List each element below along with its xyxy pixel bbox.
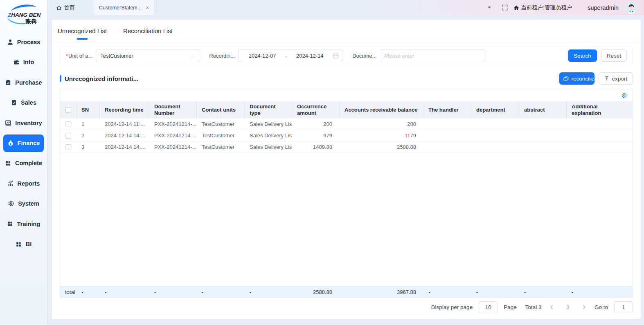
username[interactable]: superadmin	[588, 4, 619, 11]
cell-handler	[423, 130, 471, 141]
row-checkbox[interactable]	[65, 144, 71, 150]
table-empty-space	[60, 153, 633, 286]
topbar-right: 当前租户:管理员租户 superadmin	[488, 2, 644, 14]
sidebar-item-process[interactable]: Process	[0, 32, 47, 52]
cell-document-type: Sales Delivery List	[245, 119, 292, 130]
fullscreen-icon[interactable]	[502, 4, 508, 11]
next-page-icon[interactable]	[580, 305, 588, 309]
reconcile-icon	[563, 76, 569, 81]
row-checkbox[interactable]	[65, 121, 71, 127]
sidebar-item-reports[interactable]: Reports	[0, 173, 47, 194]
breadcrumb-home-label: 首页	[64, 4, 75, 11]
date-end[interactable]: 2024-12-14	[290, 53, 329, 59]
main-panel: Unrecognized List Reconciliation List *U…	[52, 20, 641, 319]
col-accounts-receivable-balance: Accounts receivable balance	[340, 101, 423, 119]
cell-document-type: Sales Delivery List	[245, 141, 292, 152]
cell-recording-time: 2024-12-14 14:...	[100, 141, 149, 152]
row-checkbox[interactable]	[65, 133, 71, 139]
recording-time-label: Recordin...	[209, 53, 235, 59]
section-accent-bar	[60, 75, 61, 82]
total-additional: -	[567, 287, 633, 298]
goto-label: Go to	[594, 304, 608, 310]
open-tab-customer-statement[interactable]: CustomerStatem... ×	[94, 0, 154, 15]
close-icon[interactable]: ×	[146, 5, 149, 11]
topbar: 首页 CustomerStatem... × 当前租户:管理员租户 supera…	[47, 0, 644, 15]
search-button[interactable]: Search	[568, 49, 597, 62]
sidebar-item-inventory[interactable]: Inventory	[0, 113, 47, 133]
sidebar-item-system[interactable]: System	[0, 194, 47, 214]
grid-icon	[7, 221, 14, 227]
chevron-down-icon[interactable]	[488, 7, 491, 9]
cell-document-number: PXX-20241214-...	[149, 130, 197, 141]
sidebar-item-complete[interactable]: Complete	[0, 153, 47, 174]
current-tenant: 当前租户:管理员租户	[513, 4, 572, 11]
cell-sn: 1	[77, 119, 100, 130]
page-tabs: Unrecognized List Reconciliation List	[52, 20, 641, 43]
col-contact-units: Contact units	[197, 101, 245, 119]
document-number-input[interactable]	[380, 49, 485, 62]
cell-additional	[567, 119, 633, 130]
total-document-number: -	[149, 287, 197, 298]
cell-abstract	[519, 130, 567, 141]
tab-reconciliation-list[interactable]: Reconciliation List	[123, 20, 173, 42]
column-settings-gear-icon[interactable]	[621, 92, 627, 99]
sidebar-item-label: Inventory	[15, 120, 42, 126]
svg-text:ZHANG BEN: ZHANG BEN	[7, 12, 41, 18]
sidebar-item-label: Sales	[21, 99, 36, 106]
wallet-icon	[13, 59, 20, 65]
cell-contact-units: TestCustomer	[197, 130, 245, 141]
section-header: Unrecognized informati... reconciliatio …	[60, 72, 633, 85]
prev-page-icon[interactable]	[547, 305, 556, 309]
avatar[interactable]	[625, 2, 637, 14]
sidebar-item-training[interactable]: Training	[0, 214, 47, 234]
cell-document-number: PXX-20241214-...	[149, 119, 197, 130]
money-bag-icon	[7, 140, 14, 146]
cell-department	[471, 141, 519, 152]
current-page[interactable]: 1	[562, 304, 574, 310]
col-abstract: abstract	[519, 101, 567, 119]
document-number-label: Docume...	[352, 53, 376, 59]
tab-unrecognized-list[interactable]: Unrecognized List	[58, 20, 107, 42]
sidebar-item-label: Reports	[18, 180, 40, 187]
unit-select[interactable]: TestCustomer ···	[96, 49, 200, 62]
document-check-icon	[11, 99, 17, 106]
select-all-checkbox[interactable]	[65, 107, 71, 113]
sidebar-item-label: BI	[26, 241, 32, 247]
ellipsis-icon: ···	[189, 53, 196, 58]
total-occurrence-amount: 2588.88	[292, 287, 340, 298]
sidebar-item-info[interactable]: Info	[0, 52, 47, 73]
reset-button[interactable]: Reset	[601, 49, 627, 62]
date-separator: -	[285, 53, 287, 59]
sidebar-item-bi[interactable]: BI	[0, 234, 47, 255]
table-row: 1 2024-12-14 11:... PXX-20241214-... Tes…	[60, 119, 633, 130]
unit-label: *Unit of a...	[66, 53, 92, 59]
export-button[interactable]: export	[599, 72, 633, 85]
cell-sn: 2	[77, 130, 100, 141]
col-document-type: Document type	[245, 101, 292, 119]
open-tab-label: CustomerStatem...	[99, 5, 142, 11]
table-row: 2 2024-12-14 14:... PXX-20241214-... Tes…	[60, 130, 633, 141]
recording-time-range-picker[interactable]: 2024-12-07 - 2024-12-14	[238, 49, 343, 62]
sidebar-item-finance[interactable]: Finance	[3, 134, 44, 152]
breadcrumb-home[interactable]: 首页	[56, 4, 75, 11]
sidebar-item-purchase[interactable]: Purchase	[0, 72, 47, 93]
cell-abstract	[519, 141, 567, 152]
sidebar-item-label: Finance	[18, 140, 40, 146]
reconciliation-button[interactable]: reconciliatio	[559, 72, 594, 85]
total-balance: 3967.88	[340, 287, 423, 298]
cell-contact-units: TestCustomer	[197, 141, 245, 152]
cell-recording-time: 2024-12-14 11:...	[100, 119, 149, 130]
table-toolbar	[60, 89, 633, 101]
grid-icon	[5, 160, 11, 166]
cell-contact-units: TestCustomer	[197, 119, 245, 130]
total-handler: -	[423, 287, 471, 298]
date-start[interactable]: 2024-12-07	[243, 53, 282, 59]
page-size-input[interactable]	[479, 301, 498, 313]
sidebar-item-sales[interactable]: Sales	[0, 93, 47, 113]
total-count-label: Total 3	[525, 304, 542, 310]
col-additional-explanation: Additional explanation	[567, 101, 633, 119]
goto-page-input[interactable]	[614, 301, 633, 313]
col-occurrence-amount: Occurrence amount	[292, 101, 340, 119]
unit-select-value: TestCustomer	[100, 53, 189, 59]
display-per-page-label: Display per page	[431, 304, 473, 310]
